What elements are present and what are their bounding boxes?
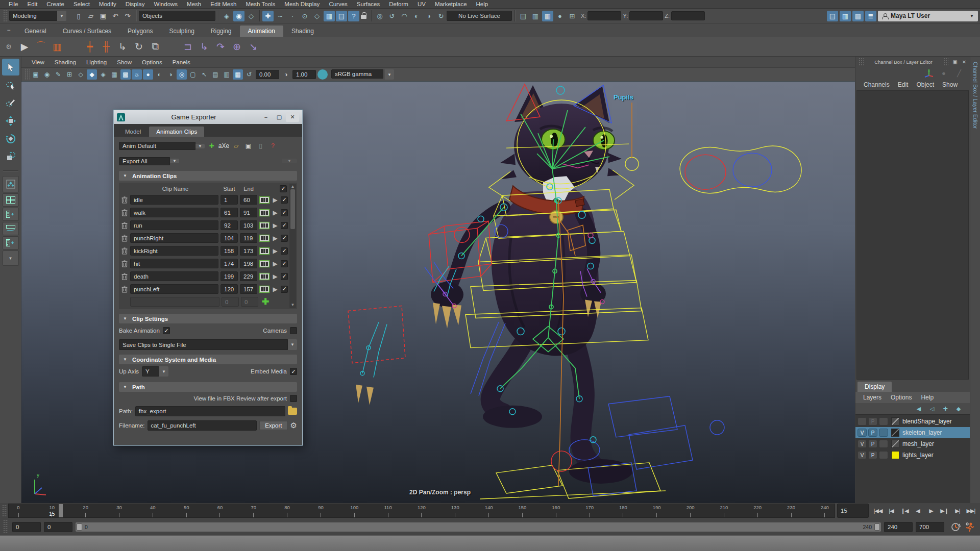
export-all-checkbox[interactable]: ✓ xyxy=(280,185,287,192)
time-tick[interactable]: 30 xyxy=(112,504,126,517)
time-tick[interactable]: 150 xyxy=(516,504,529,517)
view-transform-dropdown[interactable]: sRGB gamma ▼ xyxy=(330,69,394,80)
bake-animation-checkbox[interactable]: ✓ xyxy=(163,327,170,334)
menubar-item[interactable]: Select xyxy=(69,1,94,7)
redo-icon[interactable]: ↷ xyxy=(122,11,133,21)
fbx-review-checkbox[interactable] xyxy=(290,395,297,402)
clip-name-input[interactable]: punchLeft xyxy=(130,284,218,294)
select-tool[interactable] xyxy=(2,59,19,76)
clip-start-input[interactable]: 174 xyxy=(220,259,238,268)
play-clip-icon[interactable]: ▶ xyxy=(272,273,279,280)
select-by-hierarchy-icon[interactable]: ◈ xyxy=(221,11,232,21)
layer-row-lights[interactable]: V P lights_layer xyxy=(855,449,970,461)
layer-visibility-toggle[interactable] xyxy=(857,417,867,425)
clip-name-input[interactable]: run xyxy=(130,220,218,230)
divider[interactable] xyxy=(163,38,180,55)
up-axis-dropdown[interactable]: Y ▼ xyxy=(142,366,168,377)
layer-color-swatch[interactable] xyxy=(891,440,899,448)
menubar-item[interactable]: Display xyxy=(121,1,150,7)
pane-split-icon[interactable]: ▥ xyxy=(222,69,232,80)
clip-end-input[interactable]: 173 xyxy=(240,246,257,256)
layout-outliner-pane-button[interactable] xyxy=(3,208,19,221)
play-clip-icon[interactable]: ▶ xyxy=(272,260,279,267)
selection-mask-field[interactable]: Objects xyxy=(139,11,215,21)
timeslider-grip[interactable] xyxy=(2,505,7,517)
menubar-item[interactable]: Surfaces xyxy=(352,1,384,7)
open-scene-icon[interactable]: ▱ xyxy=(85,11,96,21)
clip-range-icon[interactable] xyxy=(259,273,270,280)
scale-tool[interactable] xyxy=(2,148,19,165)
use-default-material-icon[interactable]: ▩ xyxy=(120,69,131,80)
camera-attributes-icon[interactable]: ◉ xyxy=(42,69,52,80)
pane-quad-icon[interactable]: ▦ xyxy=(233,69,243,80)
make-live-icon[interactable]: ▦ xyxy=(324,11,335,21)
menubar-item[interactable]: File xyxy=(4,1,23,7)
new-clip-name-input[interactable] xyxy=(130,297,219,307)
play-clip-icon[interactable]: ▶ xyxy=(272,209,279,216)
playback-end-input[interactable]: 240 xyxy=(884,522,913,532)
layer-visibility-toggle[interactable]: V xyxy=(857,451,867,459)
clip-name-input[interactable]: hit xyxy=(130,259,218,268)
time-tick[interactable]: 80 xyxy=(281,504,294,517)
snap-help-icon[interactable]: ? xyxy=(348,11,359,21)
undo-icon[interactable]: ↶ xyxy=(110,11,121,21)
workspace-layers-icon[interactable]: ≣ xyxy=(865,11,876,21)
snap-to-view-plane-icon[interactable]: ◇ xyxy=(311,11,323,21)
layer-color-swatch[interactable] xyxy=(891,429,899,437)
play-forwards-button[interactable]: ▶ xyxy=(925,505,937,517)
clip-export-checkbox[interactable]: ✓ xyxy=(281,222,288,229)
layer-row-skeleton[interactable]: V P skeleton_layer xyxy=(855,427,970,438)
time-tick[interactable]: 0 xyxy=(12,504,25,517)
anim-layer-pencil-icon[interactable]: ╱ xyxy=(953,68,965,79)
snap-together-icon[interactable]: ▤ xyxy=(336,11,347,21)
new-scene-icon[interactable]: ▯ xyxy=(73,11,84,21)
isolate-select-icon[interactable]: ↖ xyxy=(199,69,209,80)
clip-start-input[interactable]: 120 xyxy=(220,284,238,294)
tab-animation-clips[interactable]: Animation Clips xyxy=(149,127,204,137)
layer-name[interactable]: blendShape_layer xyxy=(902,418,952,425)
shelf-gear-icon[interactable]: ⚙ xyxy=(1,43,16,51)
user-account-dropdown[interactable]: Maya LT User ▼ xyxy=(878,11,978,21)
shelf-tab[interactable]: General xyxy=(16,26,55,37)
grid-coords-icon[interactable]: ⊞ xyxy=(567,11,578,21)
playback-start-input[interactable]: 0 xyxy=(44,522,72,532)
minimize-button[interactable]: − xyxy=(259,112,273,122)
pane-single-icon[interactable]: ▤ xyxy=(210,69,220,80)
play-clip-icon[interactable]: ▶ xyxy=(272,286,279,293)
layer-playback-toggle[interactable]: P xyxy=(868,417,877,425)
time-tick[interactable]: 50 xyxy=(180,504,193,517)
wireframe-on-shaded-icon[interactable]: ◈ xyxy=(98,69,108,80)
layer-name[interactable]: lights_layer xyxy=(902,452,934,459)
new-preset-icon[interactable]: ✚ xyxy=(206,141,217,151)
time-tick[interactable]: 70 xyxy=(247,504,260,517)
tab-channel-box-vertical[interactable]: Channel Box / Layer Editor xyxy=(972,57,978,129)
layout-four-pane-button[interactable] xyxy=(3,193,19,207)
step-forward-key-button[interactable]: ▶❙ xyxy=(938,505,950,517)
section-clip-settings[interactable]: ▼ Clip Settings xyxy=(119,314,297,323)
menubar-item[interactable]: Help xyxy=(472,1,493,7)
menubar-item[interactable]: UV xyxy=(413,1,430,7)
parent-constraint-icon[interactable]: ⊐ xyxy=(180,38,196,55)
set-driven-key-icon[interactable]: ⌒ xyxy=(33,38,49,55)
clip-export-checkbox[interactable]: ✓ xyxy=(281,209,288,216)
step-back-key-button[interactable]: ❙◀ xyxy=(898,505,911,517)
depth-peel-icon[interactable]: ▢ xyxy=(188,69,198,80)
play-clip-icon[interactable]: ▶ xyxy=(272,247,279,255)
delete-clip-icon[interactable] xyxy=(121,285,128,293)
export-settings-gear-icon[interactable]: ⚙ xyxy=(290,421,297,430)
point-constraint-icon[interactable]: ↳ xyxy=(196,38,212,55)
clip-file-mode-dropdown[interactable]: Save Clips to Single File xyxy=(119,339,288,350)
menubar-item[interactable]: Edit xyxy=(23,1,42,7)
set-scale-key-icon[interactable]: ⧉ xyxy=(147,38,163,55)
layer-color-swatch[interactable] xyxy=(891,417,899,425)
go-to-start-button[interactable]: |◀◀ xyxy=(872,505,884,517)
go-to-end-button[interactable]: ▶▶| xyxy=(965,505,977,517)
pupils-annotation[interactable]: Pupils xyxy=(614,93,633,101)
menubar-item[interactable]: Deform xyxy=(384,1,413,7)
channelbox-menu-item[interactable]: Show xyxy=(938,81,962,88)
tab-display[interactable]: Display xyxy=(857,382,892,392)
multisample-icon[interactable]: ◎ xyxy=(177,69,187,80)
panel-grip[interactable] xyxy=(943,58,948,66)
channelbox-menu-item[interactable]: Channels xyxy=(860,81,894,88)
play-clip-icon[interactable]: ▶ xyxy=(272,235,279,242)
